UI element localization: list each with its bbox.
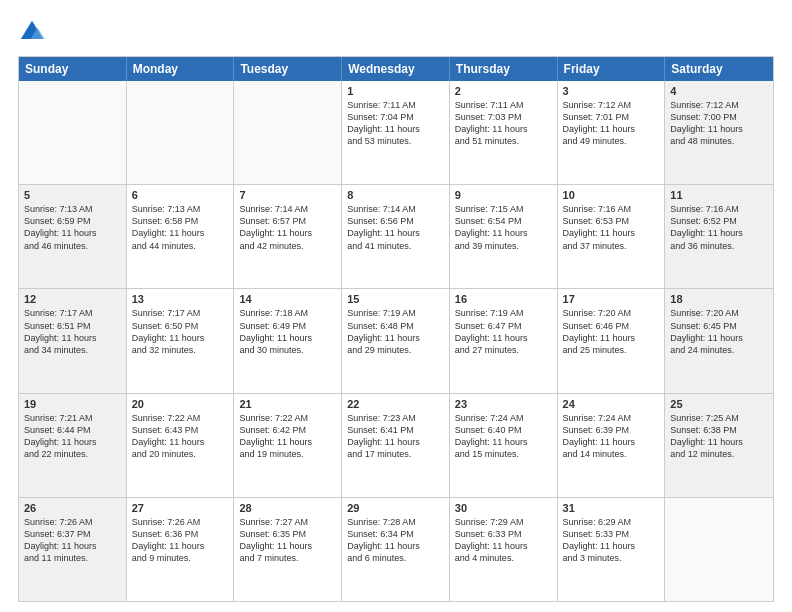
calendar-cell-25: 25Sunrise: 7:25 AM Sunset: 6:38 PM Dayli… [665, 394, 773, 497]
calendar-cell-26: 26Sunrise: 7:26 AM Sunset: 6:37 PM Dayli… [19, 498, 127, 601]
cell-info: Sunrise: 7:16 AM Sunset: 6:52 PM Dayligh… [670, 203, 768, 252]
calendar-cell-27: 27Sunrise: 7:26 AM Sunset: 6:36 PM Dayli… [127, 498, 235, 601]
calendar-cell-empty-0-1 [127, 81, 235, 184]
day-number: 9 [455, 189, 552, 201]
cell-info: Sunrise: 7:23 AM Sunset: 6:41 PM Dayligh… [347, 412, 444, 461]
cell-info: Sunrise: 7:15 AM Sunset: 6:54 PM Dayligh… [455, 203, 552, 252]
day-number: 11 [670, 189, 768, 201]
page: SundayMondayTuesdayWednesdayThursdayFrid… [0, 0, 792, 612]
cell-info: Sunrise: 7:13 AM Sunset: 6:59 PM Dayligh… [24, 203, 121, 252]
cell-info: Sunrise: 7:25 AM Sunset: 6:38 PM Dayligh… [670, 412, 768, 461]
logo-icon [18, 18, 46, 46]
cell-info: Sunrise: 7:28 AM Sunset: 6:34 PM Dayligh… [347, 516, 444, 565]
calendar-cell-19: 19Sunrise: 7:21 AM Sunset: 6:44 PM Dayli… [19, 394, 127, 497]
calendar-row-2: 12Sunrise: 7:17 AM Sunset: 6:51 PM Dayli… [19, 288, 773, 392]
calendar-cell-5: 5Sunrise: 7:13 AM Sunset: 6:59 PM Daylig… [19, 185, 127, 288]
cell-info: Sunrise: 7:11 AM Sunset: 7:04 PM Dayligh… [347, 99, 444, 148]
cell-info: Sunrise: 7:18 AM Sunset: 6:49 PM Dayligh… [239, 307, 336, 356]
header-day-saturday: Saturday [665, 57, 773, 81]
day-number: 12 [24, 293, 121, 305]
day-number: 2 [455, 85, 552, 97]
calendar-cell-11: 11Sunrise: 7:16 AM Sunset: 6:52 PM Dayli… [665, 185, 773, 288]
cell-info: Sunrise: 7:22 AM Sunset: 6:42 PM Dayligh… [239, 412, 336, 461]
cell-info: Sunrise: 7:26 AM Sunset: 6:36 PM Dayligh… [132, 516, 229, 565]
cell-info: Sunrise: 7:20 AM Sunset: 6:45 PM Dayligh… [670, 307, 768, 356]
calendar-cell-14: 14Sunrise: 7:18 AM Sunset: 6:49 PM Dayli… [234, 289, 342, 392]
cell-info: Sunrise: 7:16 AM Sunset: 6:53 PM Dayligh… [563, 203, 660, 252]
day-number: 5 [24, 189, 121, 201]
cell-info: Sunrise: 7:26 AM Sunset: 6:37 PM Dayligh… [24, 516, 121, 565]
calendar-row-1: 5Sunrise: 7:13 AM Sunset: 6:59 PM Daylig… [19, 184, 773, 288]
day-number: 21 [239, 398, 336, 410]
calendar-cell-29: 29Sunrise: 7:28 AM Sunset: 6:34 PM Dayli… [342, 498, 450, 601]
day-number: 3 [563, 85, 660, 97]
calendar-cell-16: 16Sunrise: 7:19 AM Sunset: 6:47 PM Dayli… [450, 289, 558, 392]
calendar-cell-2: 2Sunrise: 7:11 AM Sunset: 7:03 PM Daylig… [450, 81, 558, 184]
cell-info: Sunrise: 7:19 AM Sunset: 6:48 PM Dayligh… [347, 307, 444, 356]
day-number: 18 [670, 293, 768, 305]
cell-info: Sunrise: 7:19 AM Sunset: 6:47 PM Dayligh… [455, 307, 552, 356]
calendar-cell-7: 7Sunrise: 7:14 AM Sunset: 6:57 PM Daylig… [234, 185, 342, 288]
header-day-monday: Monday [127, 57, 235, 81]
day-number: 27 [132, 502, 229, 514]
day-number: 19 [24, 398, 121, 410]
day-number: 24 [563, 398, 660, 410]
calendar-row-4: 26Sunrise: 7:26 AM Sunset: 6:37 PM Dayli… [19, 497, 773, 601]
calendar-body: 1Sunrise: 7:11 AM Sunset: 7:04 PM Daylig… [19, 81, 773, 601]
calendar-cell-15: 15Sunrise: 7:19 AM Sunset: 6:48 PM Dayli… [342, 289, 450, 392]
calendar-cell-13: 13Sunrise: 7:17 AM Sunset: 6:50 PM Dayli… [127, 289, 235, 392]
day-number: 10 [563, 189, 660, 201]
header-day-thursday: Thursday [450, 57, 558, 81]
calendar-row-0: 1Sunrise: 7:11 AM Sunset: 7:04 PM Daylig… [19, 81, 773, 184]
calendar-cell-21: 21Sunrise: 7:22 AM Sunset: 6:42 PM Dayli… [234, 394, 342, 497]
day-number: 30 [455, 502, 552, 514]
calendar-cell-empty-0-0 [19, 81, 127, 184]
logo [18, 18, 50, 46]
day-number: 7 [239, 189, 336, 201]
cell-info: Sunrise: 7:21 AM Sunset: 6:44 PM Dayligh… [24, 412, 121, 461]
cell-info: Sunrise: 7:11 AM Sunset: 7:03 PM Dayligh… [455, 99, 552, 148]
cell-info: Sunrise: 6:29 AM Sunset: 5:33 PM Dayligh… [563, 516, 660, 565]
calendar: SundayMondayTuesdayWednesdayThursdayFrid… [18, 56, 774, 602]
day-number: 22 [347, 398, 444, 410]
calendar-cell-31: 31Sunrise: 6:29 AM Sunset: 5:33 PM Dayli… [558, 498, 666, 601]
header-day-wednesday: Wednesday [342, 57, 450, 81]
header [18, 18, 774, 46]
header-day-tuesday: Tuesday [234, 57, 342, 81]
cell-info: Sunrise: 7:12 AM Sunset: 7:01 PM Dayligh… [563, 99, 660, 148]
cell-info: Sunrise: 7:22 AM Sunset: 6:43 PM Dayligh… [132, 412, 229, 461]
cell-info: Sunrise: 7:14 AM Sunset: 6:56 PM Dayligh… [347, 203, 444, 252]
calendar-cell-17: 17Sunrise: 7:20 AM Sunset: 6:46 PM Dayli… [558, 289, 666, 392]
day-number: 31 [563, 502, 660, 514]
day-number: 1 [347, 85, 444, 97]
cell-info: Sunrise: 7:24 AM Sunset: 6:40 PM Dayligh… [455, 412, 552, 461]
day-number: 20 [132, 398, 229, 410]
calendar-cell-28: 28Sunrise: 7:27 AM Sunset: 6:35 PM Dayli… [234, 498, 342, 601]
calendar-cell-1: 1Sunrise: 7:11 AM Sunset: 7:04 PM Daylig… [342, 81, 450, 184]
calendar-cell-6: 6Sunrise: 7:13 AM Sunset: 6:58 PM Daylig… [127, 185, 235, 288]
day-number: 6 [132, 189, 229, 201]
day-number: 14 [239, 293, 336, 305]
cell-info: Sunrise: 7:27 AM Sunset: 6:35 PM Dayligh… [239, 516, 336, 565]
day-number: 13 [132, 293, 229, 305]
calendar-cell-9: 9Sunrise: 7:15 AM Sunset: 6:54 PM Daylig… [450, 185, 558, 288]
day-number: 4 [670, 85, 768, 97]
calendar-cell-4: 4Sunrise: 7:12 AM Sunset: 7:00 PM Daylig… [665, 81, 773, 184]
calendar-cell-empty-4-6 [665, 498, 773, 601]
calendar-cell-empty-0-2 [234, 81, 342, 184]
cell-info: Sunrise: 7:24 AM Sunset: 6:39 PM Dayligh… [563, 412, 660, 461]
day-number: 25 [670, 398, 768, 410]
header-day-friday: Friday [558, 57, 666, 81]
day-number: 23 [455, 398, 552, 410]
cell-info: Sunrise: 7:20 AM Sunset: 6:46 PM Dayligh… [563, 307, 660, 356]
calendar-cell-12: 12Sunrise: 7:17 AM Sunset: 6:51 PM Dayli… [19, 289, 127, 392]
header-day-sunday: Sunday [19, 57, 127, 81]
day-number: 15 [347, 293, 444, 305]
calendar-cell-30: 30Sunrise: 7:29 AM Sunset: 6:33 PM Dayli… [450, 498, 558, 601]
calendar-cell-22: 22Sunrise: 7:23 AM Sunset: 6:41 PM Dayli… [342, 394, 450, 497]
calendar-cell-3: 3Sunrise: 7:12 AM Sunset: 7:01 PM Daylig… [558, 81, 666, 184]
day-number: 16 [455, 293, 552, 305]
calendar-cell-18: 18Sunrise: 7:20 AM Sunset: 6:45 PM Dayli… [665, 289, 773, 392]
calendar-cell-8: 8Sunrise: 7:14 AM Sunset: 6:56 PM Daylig… [342, 185, 450, 288]
calendar-cell-10: 10Sunrise: 7:16 AM Sunset: 6:53 PM Dayli… [558, 185, 666, 288]
